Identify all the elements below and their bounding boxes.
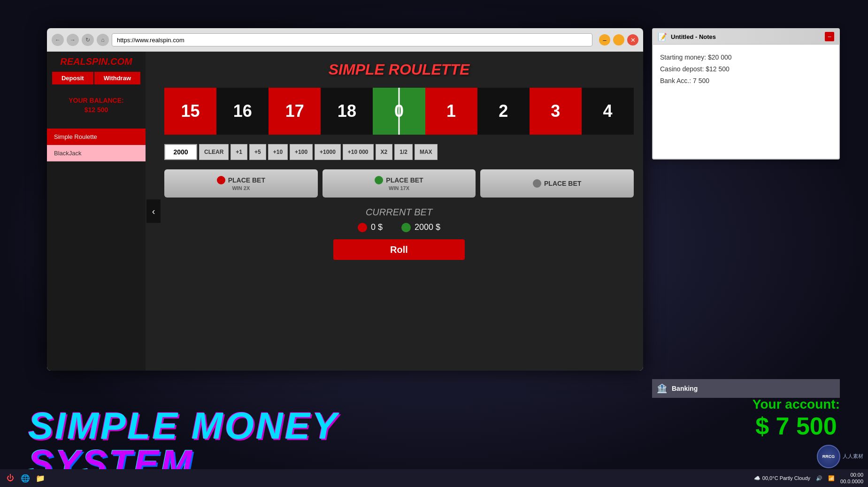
place-bet-red-label: PLACE BET [228,176,265,184]
sidebar-item-blackjack[interactable]: BlackJack [47,145,146,161]
plus100-button[interactable]: +100 [290,144,313,160]
notes-close-button[interactable]: – [825,32,834,41]
roll-button[interactable]: Roll [333,239,465,260]
withdraw-button[interactable]: Withdraw [94,72,140,84]
game-title: SIMPLE ROULETTE [164,61,634,78]
roulette-cell-4: 4 [582,88,634,135]
title-line1: SIMPLE MONEY [28,407,338,445]
balance-value: $12 500 [69,106,123,115]
casino-logo-text: REALSPIN.COM [60,56,132,67]
gray-dot-icon [533,179,541,188]
place-bet-red-sublabel: WIN 2X [232,185,250,191]
max-button[interactable]: MAX [415,144,438,160]
notes-titlebar: 📝 Untitled - Notes – [653,29,839,45]
refresh-button[interactable]: ↻ [82,34,94,46]
roulette-cell-17: 17 [269,88,321,135]
network-taskbar-icon[interactable]: 🌐 [20,472,31,484]
sidebar-item-simple-roulette[interactable]: Simple Roulette [47,129,146,145]
window-controls: – ✕ [599,34,638,46]
place-bet-green-button[interactable]: PLACE BET WIN 17X [323,169,476,198]
bet-amount-input[interactable] [164,144,197,160]
power-icon[interactable]: ⏻ [5,472,16,484]
red-dot-icon [217,176,225,184]
coords: 00.0.0000 [840,478,863,485]
browser-content: REALSPIN.COM Deposit Withdraw YOUR BALAN… [47,52,643,371]
notes-icon: 📝 [658,32,667,41]
green-bet-dot [401,223,411,232]
current-bet-row: 0 $ 2000 $ [164,222,634,232]
volume-icon[interactable]: 🔊 [816,475,822,481]
casino-main: ‹ SIMPLE ROULETTE 15 16 17 18 0 1 2 3 4 [146,52,643,371]
forward-button[interactable]: → [67,34,79,46]
plus1000-button[interactable]: +1000 [315,144,341,160]
plus10000-button[interactable]: +10 000 [343,144,374,160]
account-label: Your account: [753,397,840,412]
monitor-frame: ← → ↻ ⌂ – ✕ REALSPIN.COM Deposit Withdra… [47,28,643,371]
balance-label: YOUR BALANCE: [69,96,123,106]
weather-icon: ☁️ [754,475,760,481]
home-button[interactable]: ⌂ [97,34,109,46]
url-input[interactable] [112,33,592,46]
banking-bar[interactable]: 🏦 Banking [652,379,840,398]
place-bet-red-button[interactable]: PLACE BET WIN 2X [164,169,318,198]
plus10-button[interactable]: +10 [268,144,288,160]
plus1-button[interactable]: +1 [230,144,247,160]
time-display: 00:00 00.0.0000 [840,472,863,485]
deposit-button[interactable]: Deposit [52,72,93,84]
roulette-cell-16: 16 [216,88,269,135]
weather-text: 00,0°C Partly Cloudy [762,475,810,481]
casino-sidebar: REALSPIN.COM Deposit Withdraw YOUR BALAN… [47,52,146,371]
account-overlay: Your account: $ 7 500 [753,397,840,440]
place-bet-green-label: PLACE BET [386,176,423,184]
roulette-cell-2: 2 [477,88,530,135]
current-bet-title: CURRENT BET [164,207,634,218]
roulette-wheel: 15 16 17 18 0 1 2 3 4 [164,88,634,135]
taskbar: ⏻ 🌐 📁 ☁️ 00,0°C Partly Cloudy 🔊 📶 00:00 … [0,469,868,487]
red-bet-amount: 0 $ [371,222,383,232]
weather-info: ☁️ 00,0°C Partly Cloudy [754,475,810,481]
banking-label: Banking [672,385,698,392]
watermark: RRCG 人人素材 [817,445,863,468]
notes-line1: Starting money: $20 000 [660,52,832,63]
green-bet-amount: 2000 $ [415,222,440,232]
place-bet-buttons: PLACE BET WIN 2X PLACE BET WIN 17X [164,169,634,198]
close-button[interactable]: ✕ [627,34,638,46]
casino-action-buttons: Deposit Withdraw [52,72,140,84]
banking-icon: 🏦 [657,383,667,394]
x2-button[interactable]: X2 [376,144,393,160]
bet-controls: CLEAR +1 +5 +10 +100 +1000 +10 000 X2 1/… [164,144,634,160]
roulette-cell-15: 15 [164,88,216,135]
back-button[interactable]: ← [52,34,64,46]
watermark-text: 人人素材 [843,453,863,459]
taskbar-right: ☁️ 00,0°C Partly Cloudy 🔊 📶 00:00 00.0.0… [754,472,863,485]
folder-icon[interactable]: 📁 [35,472,46,484]
green-bet-info: 2000 $ [401,222,440,232]
clear-button[interactable]: CLEAR [199,144,229,160]
notes-content: Starting money: $20 000 Casino depost: $… [653,45,839,94]
casino-logo: REALSPIN.COM [60,56,132,67]
minimize-button[interactable]: – [599,34,610,46]
balance-display: YOUR BALANCE: $12 500 [69,96,123,114]
place-bet-green-sublabel: WIN 17X [389,185,409,191]
browser-bar: ← → ↻ ⌂ – ✕ [47,28,643,52]
roulette-cell-3: 3 [530,88,582,135]
wifi-icon[interactable]: 📶 [828,475,835,481]
plus5-button[interactable]: +5 [249,144,266,160]
notes-window: 📝 Untitled - Notes – Starting money: $20… [652,28,840,160]
place-bet-gray-button[interactable]: PLACE BET [480,169,634,198]
current-bet-section: CURRENT BET 0 $ 2000 $ Roll [164,207,634,260]
left-nav-arrow[interactable]: ‹ [146,199,161,223]
red-bet-dot [358,223,367,232]
maximize-button[interactable] [613,34,624,46]
taskbar-icons: ⏻ 🌐 📁 [5,472,46,484]
green-dot-icon [375,176,383,184]
roulette-cell-18: 18 [321,88,373,135]
half-button[interactable]: 1/2 [394,144,413,160]
watermark-logo: RRCG [817,445,840,468]
roulette-cell-0: 0 [373,88,425,135]
roulette-cell-1: 1 [425,88,477,135]
place-bet-gray-label: PLACE BET [544,180,581,187]
notes-line2: Casino depost: $12 500 [660,63,832,75]
account-amount: $ 7 500 [753,412,840,440]
game-list: Simple Roulette BlackJack [47,129,146,161]
